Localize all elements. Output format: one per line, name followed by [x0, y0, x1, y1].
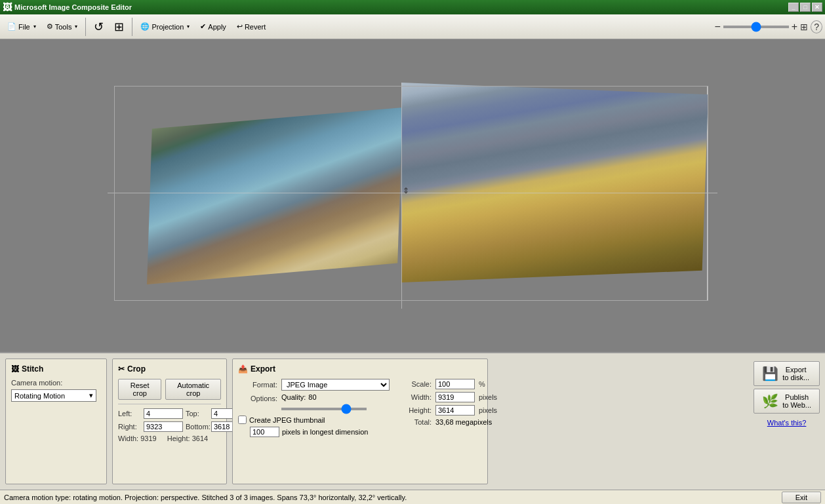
total-value: 33,68 megapixels [435, 418, 492, 426]
scale-input[interactable] [435, 379, 475, 389]
quality-group: Quality: 80 [281, 393, 367, 412]
zoom-in-button[interactable]: + [792, 21, 797, 33]
output-height-unit: pixels [479, 406, 497, 414]
output-width-label: Width: [400, 393, 432, 401]
publish-icon: 🌿 [762, 393, 778, 409]
scale-row: Scale: % [400, 379, 497, 389]
minimize-button[interactable]: _ [788, 3, 799, 12]
help-button[interactable]: ? [811, 20, 822, 33]
export-icon: 📤 [238, 364, 248, 374]
whats-this-link[interactable]: What's this? [754, 419, 820, 427]
output-width-unit: pixels [479, 393, 497, 401]
panorama-wrapper: ⇕ [108, 83, 717, 309]
right-input[interactable] [144, 421, 183, 432]
canvas-area: ⇕ [0, 39, 825, 352]
total-label: Total: [400, 418, 432, 426]
title-bar: 🖼 Microsoft Image Composite Editor _ □ ✕ [0, 0, 825, 14]
export-disk-icon: 💾 [762, 366, 778, 381]
panorama-button[interactable]: ⊞ [110, 17, 129, 37]
panorama-image-right [401, 83, 708, 282]
thumb-size-row: pixels in longest dimension [250, 427, 390, 437]
tools-arrow: ▾ [75, 24, 77, 29]
crop-panel: ✂ Crop Reset crop Automatic crop Left: T… [112, 359, 227, 484]
crop-left-row: Left: Top: [118, 408, 221, 419]
bottom-label: Bottom: [186, 423, 209, 431]
close-button[interactable]: ✕ [812, 3, 822, 12]
stitch-icon: 🖼 [11, 364, 19, 374]
quality-value: 80 [308, 393, 316, 401]
output-width-input[interactable] [435, 392, 475, 402]
export-left: Format: JPEG Image Options: Quality: 80 [238, 379, 390, 437]
rotate-button[interactable]: ↺ [89, 17, 108, 37]
fit-button[interactable]: ⊞ [800, 22, 808, 32]
crop-right [708, 86, 708, 301]
projection-icon: 🌐 [140, 22, 150, 31]
projection-label: Projection [151, 23, 184, 31]
file-arrow: ▾ [33, 24, 36, 29]
crop-left [114, 86, 115, 301]
revert-label: Revert [245, 23, 266, 31]
revert-button[interactable]: ↩ Revert [232, 20, 270, 33]
reset-crop-button[interactable]: Reset crop [118, 379, 161, 400]
panorama-image-left [147, 107, 403, 284]
status-bar: Camera motion type: rotating motion. Pro… [0, 490, 825, 504]
automatic-crop-button[interactable]: Automatic crop [165, 379, 221, 400]
crop-bottom [114, 300, 708, 301]
export-right: Scale: % Width: pixels Height: pixels [400, 379, 497, 437]
output-height-label: Height: [400, 406, 432, 414]
zoom-slider[interactable] [723, 26, 789, 28]
format-label: Format: [238, 381, 277, 389]
action-buttons: 💾 Exportto disk... 🌿 Publishto Web... Wh… [754, 359, 820, 484]
left-input[interactable] [144, 408, 183, 419]
resize-handle[interactable]: ⇕ [401, 186, 411, 195]
app-icon: 🖼 [3, 2, 12, 12]
scale-unit: % [479, 380, 485, 388]
thumb-size-input[interactable] [250, 427, 279, 437]
output-height-input[interactable] [435, 405, 475, 416]
file-label: File [18, 23, 30, 31]
total-row: Total: 33,68 megapixels [400, 418, 497, 426]
grid-line-v1 [401, 83, 402, 309]
width-display: Width: 9319 [118, 435, 157, 442]
window-controls: _ □ ✕ [788, 3, 822, 12]
quality-slider[interactable] [281, 408, 367, 410]
app-title: Microsoft Image Composite Editor [14, 3, 788, 11]
stitch-title: 🖼 Stitch [11, 364, 101, 374]
scale-label: Scale: [400, 380, 432, 388]
resize-icon: ⇕ [403, 186, 409, 195]
top-label: Top: [186, 410, 209, 417]
stitch-panel: 🖼 Stitch Camera motion: Rotating Motion … [5, 359, 107, 484]
quality-label: Quality: [281, 393, 306, 401]
grid-line-h1 [108, 193, 717, 193]
apply-button[interactable]: ✔ Apply [195, 20, 231, 33]
maximize-button[interactable]: □ [800, 3, 811, 12]
dropdown-arrow: ▾ [89, 391, 93, 400]
zoom-out-button[interactable]: − [715, 21, 721, 33]
publish-to-web-button[interactable]: 🌿 Publishto Web... [754, 389, 820, 414]
exit-button[interactable]: Exit [782, 492, 821, 503]
tools-label: Tools [55, 23, 72, 31]
revert-icon: ↩ [237, 22, 243, 31]
main-layout: 📄 File ▾ ⚙ Tools ▾ ↺ ⊞ 🌐 Projection ▾ ✔ … [0, 14, 825, 504]
export-to-disk-button[interactable]: 💾 Exportto disk... [754, 361, 820, 386]
thumbnail-checkbox[interactable] [238, 416, 247, 424]
crop-top [114, 86, 708, 87]
format-select[interactable]: JPEG Image [281, 379, 390, 391]
apply-label: Apply [208, 23, 226, 31]
thumb-dim-label: pixels in longest dimension [282, 428, 368, 436]
separator-2 [132, 18, 132, 36]
projection-menu-button[interactable]: 🌐 Projection ▾ [136, 20, 194, 33]
spacer [493, 359, 748, 484]
crop-right-row: Right: Bottom: [118, 421, 221, 432]
apply-icon: ✔ [200, 22, 206, 31]
tools-menu-button[interactable]: ⚙ Tools ▾ [42, 20, 83, 33]
file-menu-button[interactable]: 📄 File ▾ [3, 20, 41, 33]
format-row: Format: JPEG Image [238, 379, 390, 391]
camera-motion-dropdown[interactable]: Rotating Motion ▾ [11, 389, 96, 402]
crop-icon: ✂ [118, 364, 125, 374]
height-display: Height: 3614 [167, 435, 208, 442]
publish-label: Publishto Web... [782, 393, 811, 409]
camera-motion-label: Camera motion: [11, 379, 101, 387]
toolbar: 📄 File ▾ ⚙ Tools ▾ ↺ ⊞ 🌐 Projection ▾ ✔ … [0, 14, 825, 39]
zoom-controls: − + ⊞ ? [715, 20, 822, 33]
